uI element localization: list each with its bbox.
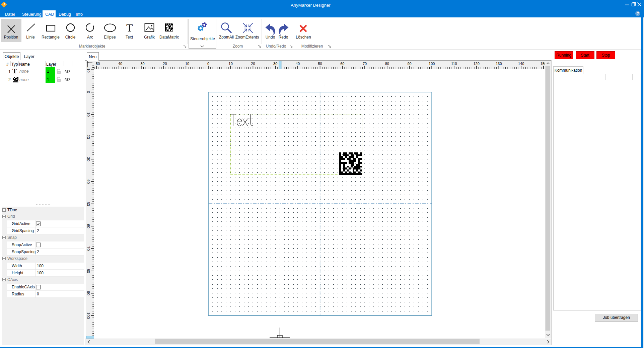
svg-text:10: 10	[229, 62, 233, 66]
svg-text:40: 40	[296, 62, 300, 66]
svg-text:20: 20	[86, 135, 90, 139]
svg-text:100: 100	[86, 312, 90, 319]
svg-text:130: 130	[496, 62, 502, 66]
svg-text:140: 140	[518, 62, 524, 66]
svg-text:90: 90	[86, 291, 90, 295]
svg-text:-10: -10	[184, 62, 189, 66]
svg-text:30: 30	[273, 62, 277, 66]
svg-text:40: 40	[86, 180, 90, 184]
svg-text:60: 60	[340, 62, 344, 66]
svg-text:70: 70	[86, 247, 90, 251]
svg-text:0: 0	[86, 91, 90, 93]
svg-text:-30: -30	[139, 62, 145, 66]
svg-text:80: 80	[385, 62, 389, 66]
svg-text:70: 70	[363, 62, 367, 66]
svg-text:-40: -40	[117, 62, 122, 66]
svg-text:30: 30	[86, 157, 90, 161]
svg-text:80: 80	[86, 269, 90, 273]
svg-text:10: 10	[86, 112, 90, 117]
svg-text:0: 0	[207, 62, 209, 66]
svg-text:120: 120	[473, 62, 479, 66]
svg-text:60: 60	[86, 224, 90, 228]
svg-text:T: T	[126, 22, 133, 34]
svg-text:50: 50	[318, 62, 322, 66]
svg-text:90: 90	[407, 62, 411, 66]
svg-text:Neu: Neu	[89, 55, 97, 59]
svg-text:20: 20	[251, 62, 255, 66]
svg-text:100: 100	[429, 62, 435, 66]
svg-text:110: 110	[451, 62, 457, 66]
svg-text:-50: -50	[94, 62, 100, 66]
svg-text:-10: -10	[86, 67, 90, 73]
svg-text:-20: -20	[162, 62, 167, 66]
svg-text:50: 50	[86, 202, 90, 206]
